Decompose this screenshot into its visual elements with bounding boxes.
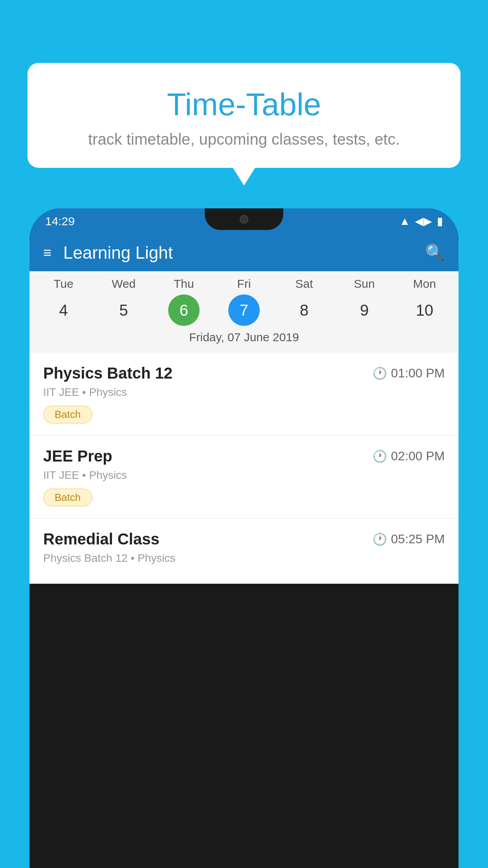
- schedule-item-2-time: 🕐 02:00 PM: [372, 449, 445, 463]
- schedule-item-3-subtitle: Physics Batch 12 • Physics: [43, 552, 445, 565]
- schedule-item-2-time-text: 02:00 PM: [391, 449, 445, 463]
- day-5[interactable]: 5: [108, 294, 139, 326]
- clock-icon-2: 🕐: [372, 449, 387, 463]
- schedule-item-1-badge: Batch: [43, 406, 92, 423]
- schedule-item-1-time: 🕐 01:00 PM: [372, 366, 445, 381]
- day-8[interactable]: 8: [288, 294, 320, 326]
- schedule-item-2[interactable]: JEE Prep 🕐 02:00 PM IIT JEE • Physics Ba…: [29, 436, 459, 519]
- day-6-today[interactable]: 6: [168, 294, 200, 326]
- clock-icon-1: 🕐: [372, 366, 387, 380]
- speech-bubble: Time-Table track timetable, upcoming cla…: [28, 63, 460, 168]
- bubble-subtitle: track timetable, upcoming classes, tests…: [47, 131, 441, 148]
- status-icons: ▲ ◀▶ ▮: [399, 215, 443, 228]
- selected-date-label: Friday, 07 June 2019: [29, 326, 459, 349]
- day-name-tue: Tue: [44, 277, 83, 291]
- day-9[interactable]: 9: [349, 294, 380, 326]
- calendar-strip: Tue Wed Thu Fri Sat Sun Mon 4 5 6 7 8 9 …: [29, 271, 459, 353]
- schedule-item-1-time-text: 01:00 PM: [391, 366, 445, 381]
- schedule-item-2-badge: Batch: [43, 489, 92, 506]
- phone-container: 14:29 ▲ ◀▶ ▮ ≡ Learning Light 🔍 Tue Wed …: [29, 208, 459, 868]
- day-numbers-row: 4 5 6 7 8 9 10: [29, 294, 459, 326]
- day-10[interactable]: 10: [409, 294, 440, 326]
- status-time: 14:29: [45, 215, 75, 228]
- day-name-fri: Fri: [224, 277, 264, 291]
- schedule-item-1-subtitle: IIT JEE • Physics: [43, 386, 445, 399]
- camera-dot: [240, 215, 248, 224]
- clock-icon-3: 🕐: [372, 532, 387, 546]
- schedule-item-1[interactable]: Physics Batch 12 🕐 01:00 PM IIT JEE • Ph…: [29, 353, 459, 436]
- schedule-item-3-header: Remedial Class 🕐 05:25 PM: [43, 530, 445, 548]
- schedule-item-1-header: Physics Batch 12 🕐 01:00 PM: [43, 364, 445, 382]
- bubble-title: Time-Table: [47, 86, 441, 123]
- day-name-mon: Mon: [405, 277, 444, 291]
- schedule-item-2-subtitle: IIT JEE • Physics: [43, 469, 445, 482]
- schedule-item-2-title: JEE Prep: [43, 447, 112, 465]
- wifi-icon: ▲: [399, 215, 410, 228]
- battery-icon: ▮: [437, 215, 443, 228]
- schedule-item-1-title: Physics Batch 12: [43, 364, 172, 382]
- day-name-wed: Wed: [104, 277, 143, 291]
- phone-notch: [205, 208, 283, 230]
- day-4[interactable]: 4: [48, 294, 79, 326]
- day-names-row: Tue Wed Thu Fri Sat Sun Mon: [29, 277, 459, 291]
- search-icon[interactable]: 🔍: [425, 243, 445, 262]
- day-name-sat: Sat: [284, 277, 324, 291]
- schedule-list: Physics Batch 12 🕐 01:00 PM IIT JEE • Ph…: [29, 353, 459, 584]
- schedule-item-3-time: 🕐 05:25 PM: [372, 532, 445, 546]
- day-7-selected[interactable]: 7: [228, 294, 260, 326]
- phone-frame: 14:29 ▲ ◀▶ ▮ ≡ Learning Light 🔍 Tue Wed …: [29, 208, 459, 868]
- app-bar: ≡ Learning Light 🔍: [29, 234, 459, 271]
- schedule-item-2-header: JEE Prep 🕐 02:00 PM: [43, 447, 445, 465]
- schedule-item-3[interactable]: Remedial Class 🕐 05:25 PM Physics Batch …: [29, 519, 459, 584]
- app-title: Learning Light: [63, 243, 425, 263]
- schedule-item-3-title: Remedial Class: [43, 530, 160, 548]
- signal-icon: ◀▶: [415, 215, 432, 228]
- day-name-thu: Thu: [164, 277, 204, 291]
- day-name-sun: Sun: [345, 277, 384, 291]
- hamburger-icon[interactable]: ≡: [43, 246, 51, 260]
- schedule-item-3-time-text: 05:25 PM: [391, 532, 445, 546]
